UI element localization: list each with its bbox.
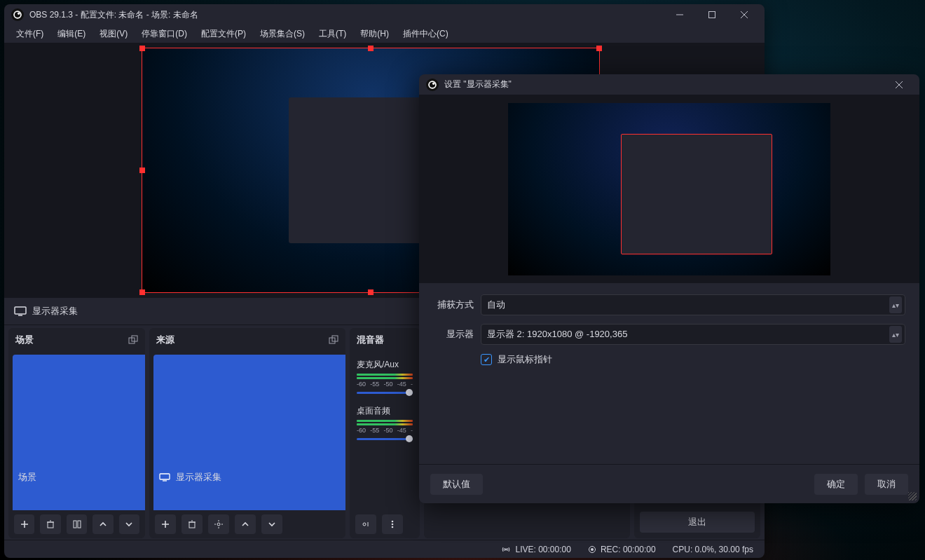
sources-title: 来源 (156, 334, 174, 346)
display-select[interactable]: 显示器 2: 1920x1080 @ -1920,365 ▴▾ (481, 324, 905, 345)
menu-view[interactable]: 视图(V) (93, 26, 134, 42)
maximize-button[interactable] (696, 4, 728, 25)
record-icon (588, 545, 596, 554)
mixer-channel: 麦克风/Aux -60-55 -50-45 - (354, 355, 416, 401)
mixer-title: 混音器 (357, 334, 384, 346)
scene-row[interactable]: 场景 (13, 355, 145, 510)
scenes-title: 场景 (15, 334, 34, 346)
scene-filters-button[interactable] (67, 514, 87, 534)
show-cursor-checkbox[interactable]: ✔ 显示鼠标指针 (481, 353, 905, 366)
scene-down-button[interactable] (119, 514, 139, 534)
remove-source-button[interactable] (181, 514, 203, 534)
selected-source: 显示器采集 (14, 305, 78, 317)
defaults-button[interactable]: 默认值 (430, 474, 483, 495)
svg-rect-18 (189, 522, 195, 528)
svg-point-19 (217, 523, 220, 526)
main-titlebar[interactable]: OBS 29.1.3 - 配置文件: 未命名 - 场景: 未命名 (4, 4, 765, 25)
svg-rect-4 (15, 307, 26, 314)
svg-rect-11 (74, 521, 76, 528)
obs-logo-icon (11, 8, 24, 21)
mixer-channel: 桌面音频 -60-55 -50-45 - (354, 401, 416, 447)
ok-button[interactable]: 确定 (814, 474, 858, 495)
scene-name: 场景 (18, 472, 36, 484)
status-live: LIVE: 00:00:00 (501, 545, 570, 554)
scene-up-button[interactable] (92, 514, 113, 534)
svg-point-26 (591, 548, 594, 551)
menu-plugin-center[interactable]: 插件中心(C) (397, 26, 455, 42)
audio-mixer-panel: 混音器 麦克风/Aux -60-55 -50-45 - 桌面音频 (350, 328, 420, 538)
source-properties-button[interactable] (208, 514, 229, 534)
close-button[interactable] (728, 4, 760, 25)
mixer-menu-button[interactable] (382, 514, 403, 534)
menu-file[interactable]: 文件(F) (10, 26, 50, 42)
broadcast-icon (501, 545, 511, 554)
svg-point-23 (392, 526, 394, 528)
undock-icon[interactable] (329, 335, 338, 345)
source-down-button[interactable] (261, 514, 282, 534)
menu-scene-coll[interactable]: 场景集合(S) (254, 26, 311, 42)
capture-mode-select[interactable]: 自动 ▴▾ (481, 294, 905, 315)
svg-rect-12 (78, 521, 81, 528)
menubar: 文件(F) 编辑(E) 视图(V) 停靠窗口(D) 配置文件(P) 场景集合(S… (4, 25, 765, 43)
svg-point-29 (432, 82, 435, 85)
status-bar: LIVE: 00:00:00 REC: 00:00:00 CPU: 0.0%, … (4, 540, 765, 558)
dialog-title: 设置 "显示器采集" (444, 78, 512, 90)
exit-button[interactable]: 退出 (640, 512, 755, 533)
svg-point-22 (392, 524, 394, 526)
checkbox-checked-icon: ✔ (481, 354, 492, 365)
status-cpu: CPU: 0.0%, 30.00 fps (673, 545, 753, 554)
add-source-button[interactable] (155, 514, 176, 534)
volume-slider[interactable] (357, 438, 413, 440)
volume-slider[interactable] (357, 392, 413, 394)
obs-logo-icon (426, 78, 439, 91)
menu-docks[interactable]: 停靠窗口(D) (135, 26, 193, 42)
dialog-buttonbar: 默认值 确定 取消 (419, 464, 919, 503)
monitor-icon (159, 473, 170, 482)
menu-tools[interactable]: 工具(T) (313, 26, 352, 42)
audio-meter (357, 374, 413, 376)
dialog-form: 捕获方式 自动 ▴▾ 显示器 显示器 2: 1920x1080 @ -1920,… (419, 283, 919, 464)
resize-grip[interactable] (908, 492, 917, 500)
chevron-updown-icon: ▴▾ (889, 326, 902, 343)
svg-rect-10 (48, 522, 53, 528)
source-row[interactable]: 显示器采集 (153, 355, 345, 510)
properties-dialog: 设置 "显示器采集" 捕获方式 自动 ▴▾ 显示器 显示器 2: 1920x10… (419, 74, 919, 503)
display-label: 显示器 (433, 328, 474, 341)
menu-profiles[interactable]: 配置文件(P) (195, 26, 252, 42)
status-rec: REC: 00:00:00 (588, 545, 656, 554)
menu-edit[interactable]: 编辑(E) (51, 26, 92, 42)
scenes-panel: 场景 场景 (8, 328, 145, 538)
svg-rect-3 (709, 12, 715, 18)
dialog-close-button[interactable] (883, 74, 915, 95)
cancel-button[interactable]: 取消 (865, 474, 908, 495)
undock-icon[interactable] (128, 335, 138, 345)
svg-rect-15 (160, 474, 170, 479)
capture-mode-label: 捕获方式 (433, 299, 474, 311)
add-scene-button[interactable] (14, 514, 34, 534)
source-up-button[interactable] (235, 514, 256, 534)
svg-point-2 (18, 13, 20, 15)
selected-source-name: 显示器采集 (32, 305, 78, 317)
menu-help[interactable]: 帮助(H) (354, 26, 395, 42)
main-title: OBS 29.1.3 - 配置文件: 未命名 - 场景: 未命名 (29, 9, 198, 21)
svg-point-20 (363, 523, 366, 526)
remove-scene-button[interactable] (40, 514, 60, 534)
svg-point-24 (505, 548, 507, 550)
dialog-preview (419, 95, 919, 283)
sources-panel: 来源 显示器采集 (149, 328, 345, 538)
dialog-titlebar[interactable]: 设置 "显示器采集" (419, 74, 919, 95)
chevron-updown-icon: ▴▾ (889, 296, 902, 313)
source-name: 显示器采集 (176, 472, 221, 484)
svg-point-21 (392, 521, 394, 523)
monitor-icon (14, 306, 27, 316)
mixer-settings-button[interactable] (355, 514, 376, 534)
minimize-button[interactable] (664, 4, 696, 25)
